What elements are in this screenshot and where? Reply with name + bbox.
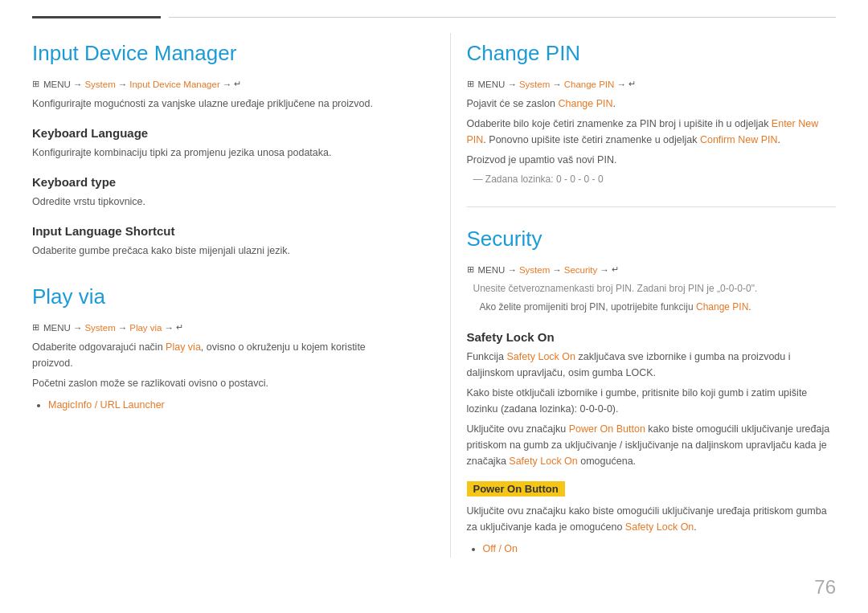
- change-pin-inline-1: Change PIN: [558, 98, 612, 109]
- power-on-btn-inline-1: Power On Button: [569, 423, 645, 435]
- menu-icon-2: ⊞: [32, 322, 39, 333]
- right-column: Change PIN ⊞ MENU → System → Change PIN …: [450, 33, 837, 558]
- enter-icon-2: ↵: [176, 322, 183, 333]
- change-pin-dash: — Zadana lozinka: 0 - 0 - 0 - 0: [473, 172, 837, 187]
- left-column: Input Device Manager ⊞ MENU → System → I…: [32, 33, 418, 558]
- page: Input Device Manager ⊞ MENU → System → I…: [0, 0, 868, 613]
- menu-security: Security: [564, 265, 598, 275]
- change-pin-menu-path: ⊞ MENU → System → Change PIN → ↵: [467, 79, 837, 89]
- power-on-bullets: Off / On: [483, 540, 837, 558]
- arrow-8: →: [552, 80, 562, 89]
- confirm-new-pin-inline: Confirm New PIN: [700, 134, 778, 145]
- keyboard-language-title: Keyboard Language: [32, 126, 402, 140]
- menu-system-1: System: [84, 80, 115, 89]
- arrow-10: →: [507, 265, 517, 275]
- section-divider: [467, 206, 837, 207]
- menu-menu-4: MENU: [478, 265, 506, 275]
- input-device-manager-title: Input Device Manager: [32, 41, 402, 66]
- keyboard-type-body: Odredite vrstu tipkovnice.: [32, 194, 402, 210]
- arrow-12: →: [600, 265, 609, 275]
- input-language-shortcut-title: Input Language Shortcut: [32, 224, 402, 238]
- menu-icon-1: ⊞: [32, 79, 39, 89]
- menu-system-4: System: [519, 265, 550, 275]
- safety-lock-body1: Funkcija Safety Lock On zaključava sve i…: [467, 349, 837, 381]
- rule-light: [169, 17, 836, 18]
- arrow-7: →: [507, 80, 517, 89]
- bullet-magicinfo-text: MagicInfo / URL Launcher: [48, 399, 165, 411]
- arrow-11: →: [552, 265, 562, 275]
- change-pin-title: Change PIN: [467, 41, 837, 66]
- page-number: 76: [814, 576, 836, 599]
- change-pin-line3: Proizvod je upamtio vaš novi PIN.: [467, 152, 837, 168]
- bullet-off-on: Off / On: [483, 540, 837, 558]
- default-pin-text: Zadana lozinka: 0 - 0 - 0 - 0: [485, 174, 604, 185]
- play-via-inline: Play via: [166, 341, 201, 353]
- play-via-menu-path: ⊞ MENU → System → Play via → ↵: [32, 322, 402, 333]
- safety-lock-body3: Uključite ovu značajku Power On Button k…: [467, 421, 837, 469]
- arrow-5: →: [118, 323, 128, 333]
- idm-intro-text: Konfigurirajte mogućnosti za vanjske ula…: [32, 96, 402, 112]
- input-device-manager-menu-path: ⊞ MENU → System → Input Device Manager →…: [32, 79, 402, 89]
- safety-lock-inline-1: Safety Lock On: [507, 351, 575, 362]
- arrow-2: →: [118, 80, 128, 89]
- keyboard-language-body: Konfigurirajte kombinaciju tipki za prom…: [32, 145, 402, 161]
- content-columns: Input Device Manager ⊞ MENU → System → I…: [32, 33, 836, 558]
- safety-lock-body2: Kako biste otključali izbornike i gumbe,…: [467, 385, 837, 417]
- play-via-body2: Početni zaslon može se razlikovati ovisn…: [32, 375, 402, 391]
- menu-icon-4: ⊞: [467, 264, 474, 275]
- enter-icon-3: ↵: [628, 79, 636, 89]
- safety-lock-title: Safety Lock On: [467, 330, 837, 344]
- play-via-body1: Odaberite odgovarajući način Play via, o…: [32, 339, 402, 371]
- arrow-3: →: [223, 80, 232, 89]
- top-rules: [32, 0, 836, 18]
- enter-icon-4: ↵: [612, 264, 619, 275]
- input-language-shortcut-body: Odaberite gumbe prečaca kako biste mijen…: [32, 243, 402, 259]
- bullet-off-on-text: Off / On: [483, 543, 518, 554]
- arrow-9: →: [616, 80, 626, 89]
- power-on-body4: Uključite ovu značajku kako biste omoguć…: [467, 503, 837, 535]
- change-pin-inline-2: Change PIN: [696, 301, 748, 313]
- menu-idm: Input Device Manager: [129, 80, 220, 89]
- arrow-1: →: [73, 80, 83, 89]
- security-menu-path: ⊞ MENU → System → Security → ↵: [467, 264, 837, 275]
- power-on-button-highlight: Power On Button: [467, 481, 565, 497]
- menu-menu-1: MENU: [43, 80, 71, 89]
- keyboard-type-title: Keyboard type: [32, 175, 402, 189]
- arrow-6: →: [165, 323, 174, 333]
- security-title: Security: [467, 227, 837, 251]
- rule-dark: [32, 16, 161, 18]
- menu-change-pin: Change PIN: [564, 80, 615, 89]
- security-dash: Unesite četveroznamenkasti broj PIN. Zad…: [473, 281, 837, 296]
- bullet-magicinfo: MagicInfo / URL Launcher: [48, 396, 402, 415]
- menu-system-2: System: [84, 323, 115, 333]
- play-via-bullets: MagicInfo / URL Launcher: [48, 396, 402, 415]
- enter-icon-1: ↵: [234, 79, 241, 89]
- menu-system-3: System: [519, 80, 550, 89]
- change-pin-line1: Pojavit će se zaslon Change PIN.: [467, 96, 837, 112]
- menu-menu-3: MENU: [478, 80, 506, 89]
- menu-icon-3: ⊞: [467, 79, 474, 89]
- safety-lock-inline-3: Safety Lock On: [625, 521, 694, 533]
- arrow-4: →: [73, 323, 83, 333]
- menu-play-via: Play via: [129, 323, 162, 333]
- safety-lock-inline-2: Safety Lock On: [509, 456, 577, 467]
- security-indent: Ako želite promijeniti broj PIN, upotrij…: [480, 300, 837, 315]
- menu-menu-2: MENU: [43, 323, 71, 333]
- play-via-title: Play via: [32, 284, 402, 309]
- change-pin-line2: Odaberite bilo koje četiri znamenke za P…: [467, 116, 837, 148]
